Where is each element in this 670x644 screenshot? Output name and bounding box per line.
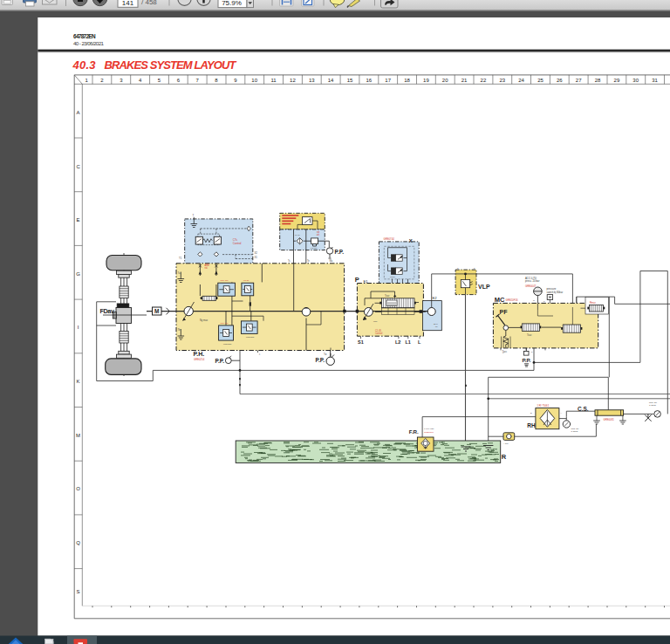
svg-text:20: 20 bbox=[442, 78, 448, 83]
svg-text:O: O bbox=[76, 486, 80, 491]
svg-text:Tw: Tw bbox=[324, 353, 326, 356]
svg-text:25: 25 bbox=[537, 78, 544, 83]
svg-text:E: E bbox=[77, 217, 80, 223]
svg-text:A: A bbox=[77, 110, 80, 115]
svg-text:R: R bbox=[502, 453, 507, 461]
svg-text:press. 20 bar: press. 20 bar bbox=[525, 279, 539, 283]
svg-text:17: 17 bbox=[385, 78, 391, 83]
svg-text:P.P.: P.P. bbox=[215, 358, 225, 364]
svg-text:T amar: T amar bbox=[649, 404, 656, 407]
svg-text:GRE0081: GRE0081 bbox=[604, 418, 615, 421]
svg-text:MOTOR: MOTOR bbox=[246, 336, 254, 339]
svg-text:75.9%: 75.9% bbox=[222, 0, 242, 7]
svg-text:Wa: Wa bbox=[330, 259, 333, 263]
svg-text:Ng max: Ng max bbox=[200, 319, 209, 322]
svg-text:P: P bbox=[355, 276, 359, 284]
svg-text:1 RI 75061: 1 RI 75061 bbox=[537, 404, 550, 408]
svg-text:max bar: max bar bbox=[221, 322, 229, 325]
svg-text:+ Ref: + Ref bbox=[503, 442, 509, 445]
svg-text:14: 14 bbox=[328, 78, 334, 83]
svg-text:RH: RH bbox=[527, 422, 536, 428]
svg-text:GRE0254: GRE0254 bbox=[194, 358, 205, 361]
svg-text:Rmax: Rmax bbox=[590, 301, 596, 305]
svg-text:Control: Control bbox=[375, 332, 383, 335]
svg-text:PF: PF bbox=[500, 309, 509, 315]
svg-text:C.S.: C.S. bbox=[578, 406, 589, 412]
svg-text:E1: E1 bbox=[364, 279, 369, 284]
svg-text:P.H.: P.H. bbox=[194, 351, 205, 357]
svg-text:max bar: max bar bbox=[221, 279, 229, 282]
svg-text:BRAKES SYSTEM LAYOUT: BRAKES SYSTEM LAYOUT bbox=[105, 58, 237, 72]
svg-text:GRE0047: GRE0047 bbox=[525, 284, 537, 288]
svg-text:max: max bbox=[373, 320, 378, 323]
svg-text:13: 13 bbox=[309, 78, 315, 83]
svg-text:647872EN: 647872EN bbox=[73, 33, 96, 39]
svg-text:16: 16 bbox=[366, 78, 372, 83]
svg-text:22: 22 bbox=[481, 78, 487, 83]
svg-text:11: 11 bbox=[270, 78, 277, 83]
svg-text:T amar: T amar bbox=[571, 430, 578, 433]
svg-text:X: X bbox=[409, 238, 413, 243]
svg-text:27: 27 bbox=[576, 78, 582, 83]
svg-text:6,5 bar: 6,5 bar bbox=[311, 247, 318, 250]
svg-text:att: att bbox=[317, 233, 319, 236]
svg-text:C: C bbox=[76, 164, 80, 169]
svg-text:rid.: rid. bbox=[205, 266, 209, 270]
svg-text:18: 18 bbox=[404, 78, 410, 83]
svg-text:29: 29 bbox=[614, 78, 620, 83]
svg-text:21: 21 bbox=[461, 78, 468, 83]
svg-text:MOTOR: MOTOR bbox=[223, 343, 231, 346]
svg-text:F.R.: F.R. bbox=[409, 428, 419, 435]
svg-text:19: 19 bbox=[423, 78, 429, 83]
svg-text:Control: Control bbox=[233, 242, 242, 245]
svg-text:S: S bbox=[77, 589, 80, 594]
svg-text:23: 23 bbox=[499, 78, 505, 83]
svg-text:T: T bbox=[193, 214, 195, 217]
svg-text:P.P.: P.P. bbox=[523, 357, 531, 363]
svg-text:E2: E2 bbox=[433, 296, 438, 300]
svg-text:30: 30 bbox=[632, 78, 639, 83]
svg-text:24: 24 bbox=[518, 78, 524, 83]
svg-text:40 - 23/06/2021: 40 - 23/06/2021 bbox=[73, 40, 105, 46]
svg-text:FDav: FDav bbox=[100, 307, 115, 315]
svg-text:X1: X1 bbox=[255, 256, 258, 259]
svg-text:MC: MC bbox=[495, 296, 505, 304]
svg-text:31: 31 bbox=[652, 78, 658, 83]
svg-text:26: 26 bbox=[557, 78, 563, 83]
svg-text:K: K bbox=[77, 379, 80, 384]
svg-text:P.P.: P.P. bbox=[335, 249, 345, 255]
svg-text:GRE0744: GRE0744 bbox=[384, 237, 395, 241]
svg-text:M: M bbox=[154, 308, 159, 314]
svg-text:15: 15 bbox=[347, 78, 353, 83]
svg-text:VLP: VLP bbox=[478, 284, 490, 290]
svg-text:10: 10 bbox=[251, 78, 257, 83]
svg-text:N: N bbox=[533, 299, 535, 302]
svg-text:12: 12 bbox=[290, 78, 296, 83]
svg-text:S1: S1 bbox=[358, 339, 364, 345]
svg-text:/ 458: / 458 bbox=[141, 0, 157, 6]
svg-text:Tcav: Tcav bbox=[385, 294, 390, 298]
svg-text:P.P.: P.P. bbox=[316, 357, 325, 363]
svg-text:28: 28 bbox=[595, 78, 601, 83]
svg-text:L1: L1 bbox=[406, 339, 411, 345]
svg-text:40.3: 40.3 bbox=[72, 58, 97, 72]
svg-text:rid att: rid att bbox=[243, 279, 250, 282]
svg-text:mode: mode bbox=[390, 276, 396, 278]
svg-text:GRE0367: GRE0367 bbox=[424, 431, 434, 434]
svg-text:T1: T1 bbox=[179, 257, 182, 260]
svg-text:Q: Q bbox=[76, 540, 80, 545]
svg-text:Tcav: Tcav bbox=[527, 333, 532, 337]
svg-text:X2: X2 bbox=[255, 251, 258, 255]
svg-text:G: G bbox=[76, 271, 80, 277]
svg-text:M: M bbox=[76, 433, 80, 438]
svg-text:141: 141 bbox=[122, 0, 134, 7]
svg-text:switch bj 80bar: switch bj 80bar bbox=[547, 291, 564, 294]
svg-text:W (p): W (p) bbox=[295, 234, 300, 236]
svg-text:GRE20F16: GRE20F16 bbox=[506, 298, 518, 302]
svg-text:L2: L2 bbox=[395, 339, 400, 345]
